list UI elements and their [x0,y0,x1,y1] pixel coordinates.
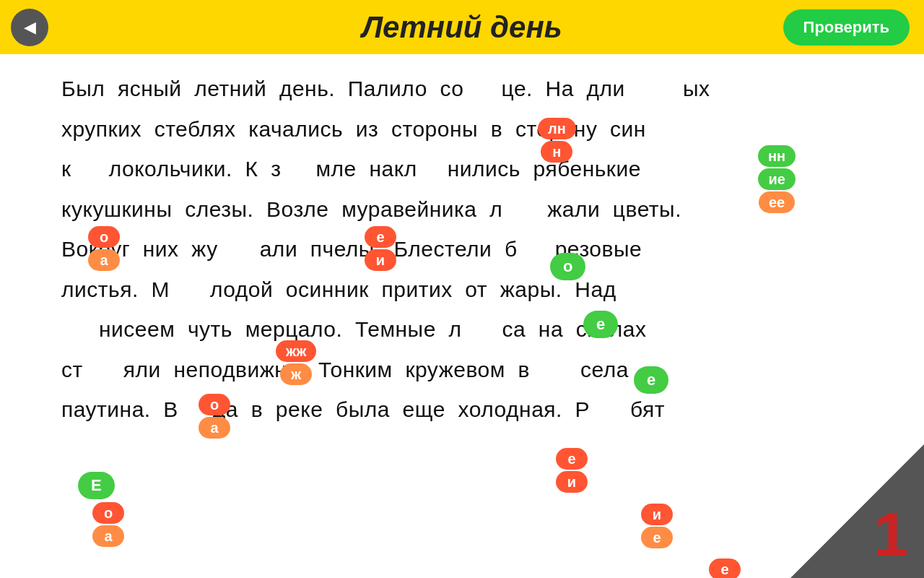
bubble-top-e-2[interactable]: е [556,448,588,470]
bubble-top[interactable]: лн [538,118,576,139]
bubble-single-e-1[interactable]: е [583,311,618,338]
bubble-top-e-3[interactable]: е [709,558,741,578]
bubble-bottom-j[interactable]: ж [280,363,312,385]
bubble-e-i-1[interactable]: е и [365,226,396,271]
check-button[interactable]: Проверить [783,9,910,46]
back-button[interactable] [11,9,48,46]
bubble-o-green-1[interactable]: о [550,253,585,280]
bubble-o-a-3[interactable]: о а [92,502,124,547]
bubble-o-a-2[interactable]: о а [199,394,230,439]
bubble-e-i-3[interactable]: е и [709,558,741,578]
text-line-4: кукушкины слезы. Возле муравейника лжали… [61,189,863,230]
text-line-1: Был ясный летний день. Палило соце. На д… [61,69,863,109]
bubble-i-e-1[interactable]: и е [641,504,673,548]
bubble-bottom[interactable]: н [541,141,572,163]
bubble-nn-ie-ee[interactable]: нн ие ее [758,145,796,213]
bubble-bottom-i-2[interactable]: и [556,471,588,493]
bubble-bottom-a[interactable]: а [88,249,120,271]
bubble-single-e-2[interactable]: е [634,366,668,394]
bubble-bottom-a-3[interactable]: а [92,525,124,547]
bubble-e-i-2[interactable]: е и [556,448,588,493]
text-line-5: Вокруг них жуали пчелы. Блестели брезовы… [61,229,863,269]
bubble-bottom-ie[interactable]: ие [758,168,795,190]
bubble-top-i[interactable]: и [641,504,673,525]
text-line-7: нисеем чуть мерцало. Темные лса на скала… [61,309,863,350]
content-area: лн н нн ие ее о а е и о е жж ж е о а е и [0,54,924,437]
text-line-9: паутина. Вда в реке была еще холодная. Р… [61,389,863,430]
text-line-3: клокольчики. К змле наклнились рябенькие [61,149,863,189]
bubble-o-a-1[interactable]: о а [88,226,120,271]
bubble-extra-ee[interactable]: ее [759,191,795,213]
bubble-bottom-a-2[interactable]: а [199,417,230,439]
header: Летний день Проверить [0,0,924,54]
page-number: 1 [874,504,908,565]
bubble-bottom-e-3[interactable]: е [641,527,673,548]
text-block: Был ясный летний день. Палило соце. На д… [61,61,863,430]
bubble-top-o[interactable]: о [88,226,120,248]
bubble-top-o-2[interactable]: о [199,394,230,415]
bubble-top-o-3[interactable]: о [92,502,124,524]
corner-decoration: 1 [790,444,924,578]
bubble-e-green-1[interactable]: е [583,311,618,338]
bubble-ln-n[interactable]: лн н [538,118,576,163]
bubble-bottom-i[interactable]: и [365,249,396,271]
text-line-8: стяли неподвижно. Тонким кружевом всела [61,350,863,390]
bubble-e-green-2[interactable]: е [634,366,668,394]
bubble-top-e[interactable]: е [365,226,396,248]
bubble-single-o[interactable]: о [550,253,585,280]
bubble-jj-j[interactable]: жж ж [276,340,316,385]
text-line-2: хрупких стеблях качались из стороны в ст… [61,109,863,150]
bubble-top-nn[interactable]: нн [758,145,796,167]
bubble-top-jj[interactable]: жж [276,340,316,362]
page-title: Летний день [362,10,562,45]
bubble-E-green[interactable]: Е [78,472,115,499]
text-line-6: листья. Млодой осинник притих от жары. Н… [61,269,863,310]
bubble-single-E[interactable]: Е [78,472,115,499]
